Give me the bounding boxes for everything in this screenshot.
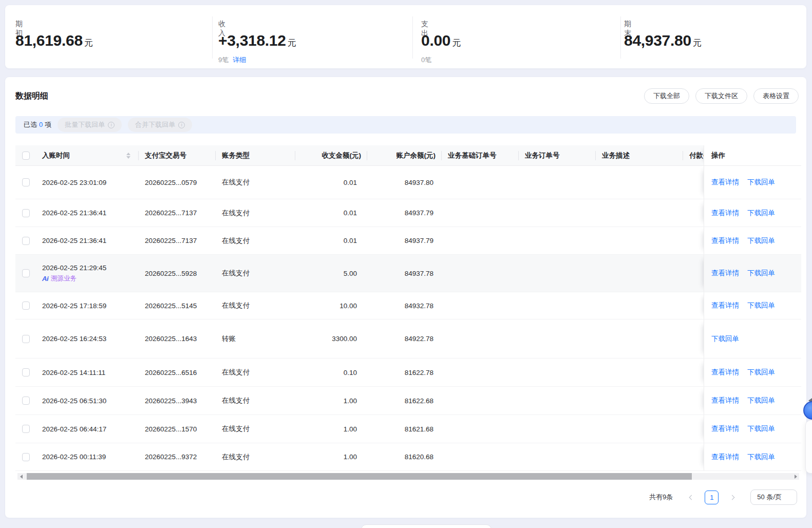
business-desc-cell: [596, 255, 683, 292]
page-size-select[interactable]: 50 条/页: [750, 489, 797, 505]
account-type-cell: 在线支付: [216, 359, 295, 386]
header-entry-time: 入账时间: [36, 145, 139, 165]
floating-side-panel[interactable]: [805, 420, 812, 474]
row-checkbox[interactable]: [22, 368, 30, 376]
income-detail-link[interactable]: 详细: [233, 56, 246, 64]
balance-cell: 81621.68: [367, 415, 442, 443]
select-all-checkbox[interactable]: [22, 152, 30, 160]
prev-page-button[interactable]: [685, 491, 697, 503]
download-all-button[interactable]: 下载全部: [644, 88, 689, 104]
header-select-all-cell: [15, 145, 36, 165]
view-details-link[interactable]: 查看详情: [711, 368, 739, 377]
selection-count-text: 已选0项: [24, 120, 51, 129]
balance-cell: 84937.78: [367, 255, 442, 292]
amount-cell: 5.00: [295, 255, 367, 292]
download-receipt-link[interactable]: 下载回单: [747, 236, 775, 246]
next-page-button[interactable]: [726, 491, 738, 503]
pagination: 共有9条 1 50 条/页: [649, 489, 797, 505]
view-details-link[interactable]: 查看详情: [711, 209, 739, 218]
entry-time-cell: 2026-02-25 21:29:45Ai溯源业务: [36, 255, 139, 292]
account-type-cell: 在线支付: [216, 415, 295, 443]
row-checkbox[interactable]: [22, 178, 30, 186]
entry-time-cell: 2026-02-25 14:11:11: [36, 359, 139, 386]
actions-cell: 查看详情下载回单: [704, 443, 801, 470]
transactions-table: 入账时间 支付宝交易号 账务类型 收支金额(元) 账户余额(元) 业务基础订单号…: [15, 145, 801, 471]
actions-cell: 查看详情下载回单: [704, 227, 801, 254]
table-row: 2026-02-25 06:51:3020260225...3943在线支付1.…: [15, 387, 801, 415]
entry-time-cell: 2026-02-25 00:11:39: [36, 443, 139, 470]
merge-download-receipt-button[interactable]: 合并下载回单 i: [128, 118, 192, 132]
view-details-link[interactable]: 查看详情: [711, 269, 739, 278]
currency-unit: 元: [693, 38, 702, 48]
table-row: 2026-02-25 17:18:5920260225...5145在线支付10…: [15, 292, 801, 319]
header-amount: 收支金额(元): [295, 145, 367, 165]
account-type-cell: 在线支付: [216, 166, 295, 199]
balance-cell: 81622.78: [367, 359, 442, 386]
expense-count: 0笔: [421, 56, 431, 64]
scrollbar-thumb[interactable]: [27, 473, 692, 480]
account-type-cell: 在线支付: [216, 292, 295, 319]
page-title: 数据明细: [15, 91, 48, 102]
download-receipt-link[interactable]: 下载回单: [747, 396, 775, 405]
balance-cell: 84937.80: [367, 166, 442, 199]
page-number-button[interactable]: 1: [705, 491, 719, 504]
txn-number-cell: 20260225...1643: [139, 319, 216, 358]
divider: [412, 16, 413, 59]
base-order-cell: [442, 359, 519, 386]
actions-cell: 查看详情下载回单: [704, 359, 801, 386]
download-file-area-button[interactable]: 下载文件区: [695, 88, 747, 104]
order-no-cell: [519, 387, 596, 414]
row-checkbox[interactable]: [22, 209, 30, 217]
row-checkbox[interactable]: [22, 335, 30, 343]
row-checkbox[interactable]: [22, 397, 30, 405]
view-details-link[interactable]: 查看详情: [711, 236, 739, 246]
ai-icon: Ai: [42, 275, 48, 282]
row-checkbox[interactable]: [22, 453, 30, 461]
entry-time: 2026-02-25 17:18:59: [42, 302, 106, 310]
income-count: 9笔: [218, 56, 229, 64]
view-details-link[interactable]: 查看详情: [711, 301, 739, 310]
download-receipt-link[interactable]: 下载回单: [747, 209, 775, 218]
row-checkbox-cell: [15, 292, 36, 319]
view-details-link[interactable]: 查看详情: [711, 424, 739, 433]
actions-cell: 下载回单: [704, 319, 801, 358]
view-details-link[interactable]: 查看详情: [711, 396, 739, 405]
business-desc-cell: [596, 443, 683, 470]
download-receipt-link[interactable]: 下载回单: [747, 178, 775, 187]
row-checkbox[interactable]: [22, 237, 30, 245]
txn-number-cell: 20260225...0579: [139, 166, 216, 199]
view-details-link[interactable]: 查看详情: [711, 178, 739, 187]
batch-download-receipt-button[interactable]: 批量下载回单 i: [58, 118, 122, 132]
table-settings-button[interactable]: 表格设置: [753, 88, 799, 104]
download-receipt-link[interactable]: 下载回单: [747, 269, 775, 278]
download-receipt-link[interactable]: 下载回单: [747, 368, 775, 377]
row-checkbox[interactable]: [22, 301, 30, 310]
row-checkbox[interactable]: [22, 269, 30, 277]
account-type-cell: 在线支付: [216, 199, 295, 227]
table-row: 2026-02-25 00:11:3920260225...9372在线支付1.…: [15, 443, 801, 471]
download-receipt-link[interactable]: 下载回单: [747, 301, 775, 310]
base-order-cell: [442, 166, 519, 199]
row-checkbox[interactable]: [22, 425, 30, 433]
txn-number-cell: 20260225...7137: [139, 227, 216, 254]
actions-cell: 查看详情下载回单: [704, 166, 801, 199]
table-row: 2026-02-25 16:24:5320260225...1643转账3300…: [15, 319, 801, 359]
actions-cell: 查看详情下载回单: [704, 415, 801, 443]
table-header-row: 入账时间 支付宝交易号 账务类型 收支金额(元) 账户余额(元) 业务基础订单号…: [15, 145, 801, 166]
order-no-cell: [519, 227, 596, 254]
download-receipt-link[interactable]: 下载回单: [747, 452, 775, 462]
scroll-left-button[interactable]: [17, 473, 25, 480]
entry-time-cell: 2026-02-25 21:36:41: [36, 227, 139, 254]
account-type-cell: 在线支付: [216, 443, 295, 470]
business-desc-cell: [596, 292, 683, 319]
download-receipt-link[interactable]: 下载回单: [747, 424, 775, 433]
sort-icon[interactable]: [126, 153, 130, 159]
download-receipt-link[interactable]: 下载回单: [711, 334, 739, 344]
view-details-link[interactable]: 查看详情: [711, 452, 739, 462]
horizontal-scrollbar[interactable]: [17, 473, 799, 480]
table-body: 2026-02-25 23:01:0920260225...0579在线支付0.…: [15, 166, 801, 471]
scroll-right-button[interactable]: [792, 473, 799, 480]
divider: [212, 16, 213, 59]
entry-time: 2026-02-25 00:11:39: [42, 453, 106, 461]
header-balance: 账户余额(元): [367, 145, 442, 165]
